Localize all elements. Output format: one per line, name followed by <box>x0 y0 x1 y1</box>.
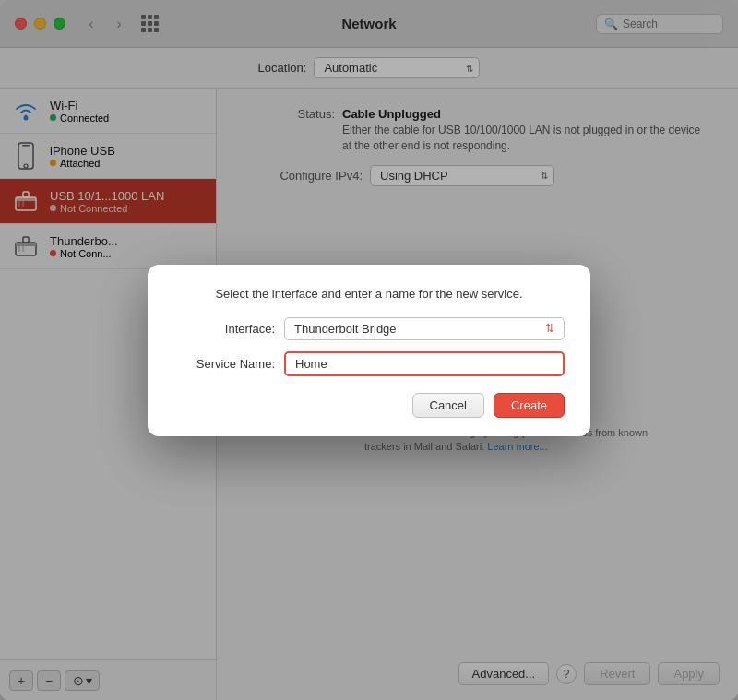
cancel-button[interactable]: Cancel <box>412 393 484 418</box>
interface-select[interactable]: Thunderbolt Bridge ⇅ <box>284 317 565 340</box>
interface-field: Interface: Thunderbolt Bridge ⇅ <box>173 317 565 340</box>
interface-arrow-icon: ⇅ <box>545 322 554 335</box>
modal-overlay: Select the interface and enter a name fo… <box>0 0 738 700</box>
modal-dialog: Select the interface and enter a name fo… <box>148 265 590 436</box>
modal-title: Select the interface and enter a name fo… <box>173 287 565 301</box>
modal-buttons: Cancel Create <box>173 393 565 418</box>
create-button[interactable]: Create <box>494 393 565 418</box>
interface-value: Thunderbolt Bridge <box>294 322 397 336</box>
interface-label: Interface: <box>173 322 275 336</box>
service-name-input[interactable] <box>284 351 565 376</box>
service-name-label: Service Name: <box>173 357 275 371</box>
service-name-field: Service Name: <box>173 351 565 376</box>
